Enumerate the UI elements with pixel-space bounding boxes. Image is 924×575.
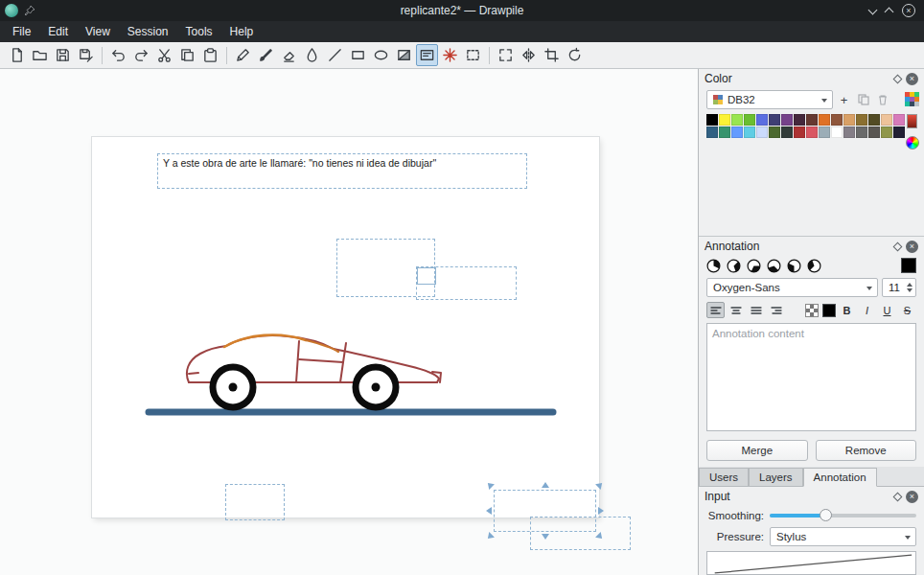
color-wheel-mode-icon[interactable] xyxy=(906,136,919,150)
opacity-preset-icon[interactable] xyxy=(747,259,761,273)
color-swatch[interactable] xyxy=(856,114,867,126)
close-button[interactable]: × xyxy=(902,4,915,17)
color-swatch[interactable] xyxy=(831,114,843,126)
opacity-preset-icon[interactable] xyxy=(767,259,781,273)
spin-down-icon[interactable] xyxy=(907,288,912,292)
maximize-button[interactable] xyxy=(885,8,894,17)
resize-canvas-button[interactable] xyxy=(541,44,563,66)
font-family-select[interactable]: Oxygen-Sans xyxy=(706,278,878,297)
minimize-button[interactable] xyxy=(868,5,878,14)
annotation-tool-button[interactable] xyxy=(416,44,438,66)
annotation-background-color-button[interactable] xyxy=(901,258,916,273)
pen-tool-button[interactable] xyxy=(232,44,254,66)
color-swatch[interactable] xyxy=(756,126,768,138)
color-swatch[interactable] xyxy=(819,114,830,126)
color-swatch[interactable] xyxy=(744,114,755,126)
color-swatch[interactable] xyxy=(719,114,730,126)
save-as-button[interactable] xyxy=(75,44,97,66)
menu-edit[interactable]: Edit xyxy=(39,22,77,41)
color-swatch[interactable] xyxy=(806,114,818,126)
close-panel-icon[interactable]: × xyxy=(906,241,918,253)
color-swatch[interactable] xyxy=(706,114,718,126)
palette-select[interactable]: DB32 xyxy=(706,90,833,109)
bold-button[interactable]: B xyxy=(838,302,856,318)
float-panel-icon[interactable] xyxy=(893,492,903,501)
resize-handle-n[interactable] xyxy=(542,482,549,488)
line-tool-button[interactable] xyxy=(324,44,346,66)
color-swatch[interactable] xyxy=(706,126,718,138)
canvas-viewport[interactable]: Y a este obra de arte le llamaré: "no ti… xyxy=(0,69,698,575)
annotation-box[interactable] xyxy=(417,267,436,285)
pressure-select[interactable]: Stylus xyxy=(770,527,916,546)
opacity-preset-icon[interactable] xyxy=(706,259,721,273)
add-palette-button[interactable]: + xyxy=(836,92,852,108)
strikethrough-button[interactable]: S xyxy=(898,302,916,318)
menu-view[interactable]: View xyxy=(77,22,119,41)
menu-tools[interactable]: Tools xyxy=(177,22,221,41)
align-left-button[interactable] xyxy=(706,302,725,318)
color-swatch[interactable] xyxy=(881,114,892,126)
text-background-swatch[interactable] xyxy=(805,304,819,317)
color-swatch[interactable] xyxy=(893,114,905,126)
italic-button[interactable]: I xyxy=(858,302,876,318)
color-swatch[interactable] xyxy=(881,126,892,138)
delete-palette-button[interactable] xyxy=(874,92,890,108)
float-panel-icon[interactable] xyxy=(893,74,903,83)
redo-button[interactable] xyxy=(130,44,152,66)
annotation-box[interactable] xyxy=(530,517,631,550)
color-swatch[interactable] xyxy=(719,126,730,138)
color-swatch[interactable] xyxy=(868,126,880,138)
tab-users[interactable]: Users xyxy=(699,468,749,486)
align-justify-button[interactable] xyxy=(747,302,765,318)
color-swatch[interactable] xyxy=(843,126,855,138)
color-swatch[interactable] xyxy=(806,126,818,138)
ellipse-tool-button[interactable] xyxy=(370,44,392,66)
text-annotation[interactable]: Y a este obra de arte le llamaré: "no ti… xyxy=(157,153,527,189)
color-swatch[interactable] xyxy=(794,126,805,138)
smoothing-slider[interactable] xyxy=(770,508,916,523)
palette-grid-mode-icon[interactable] xyxy=(905,92,919,106)
remove-button[interactable]: Remove xyxy=(816,440,917,461)
spin-up-icon[interactable] xyxy=(907,283,912,287)
color-swatch[interactable] xyxy=(781,114,793,126)
color-swatch[interactable] xyxy=(769,126,780,138)
opacity-preset-icon[interactable] xyxy=(787,259,801,273)
brush-tool-button[interactable] xyxy=(255,44,277,66)
mirror-view-button[interactable] xyxy=(518,44,540,66)
resize-handle-sw[interactable] xyxy=(485,532,495,541)
color-swatch[interactable] xyxy=(731,126,743,138)
annotation-content-input[interactable] xyxy=(706,323,916,431)
undo-button[interactable] xyxy=(107,44,129,66)
merge-button[interactable]: Merge xyxy=(706,440,808,461)
color-swatch[interactable] xyxy=(843,114,855,126)
color-swatch[interactable] xyxy=(744,126,755,138)
new-file-button[interactable] xyxy=(6,44,28,66)
zoom-to-fit-button[interactable] xyxy=(495,44,517,66)
rectangle-tool-button[interactable] xyxy=(347,44,369,66)
rotate-view-button[interactable] xyxy=(564,44,586,66)
text-color-swatch[interactable] xyxy=(822,304,836,317)
menu-help[interactable]: Help xyxy=(221,22,263,41)
opacity-preset-icon[interactable] xyxy=(727,259,741,273)
color-swatch[interactable] xyxy=(794,114,805,126)
color-swatch[interactable] xyxy=(856,126,867,138)
cut-button[interactable] xyxy=(153,44,175,66)
resize-handle-e[interactable] xyxy=(598,507,604,515)
smoothing-thumb[interactable] xyxy=(820,509,832,521)
menu-file[interactable]: File xyxy=(4,22,39,41)
color-swatch[interactable] xyxy=(819,126,830,138)
close-panel-icon[interactable]: × xyxy=(906,491,918,503)
rgb-sliders-mode-icon[interactable] xyxy=(907,114,917,128)
copy-button[interactable] xyxy=(176,44,198,66)
color-swatch[interactable] xyxy=(893,126,905,138)
color-swatch[interactable] xyxy=(769,114,780,126)
save-button[interactable] xyxy=(52,44,74,66)
resize-handle-w[interactable] xyxy=(486,507,492,515)
close-panel-icon[interactable]: × xyxy=(906,73,918,85)
eraser-tool-button[interactable] xyxy=(278,44,300,66)
pressure-curve-editor[interactable] xyxy=(706,551,916,575)
open-file-button[interactable] xyxy=(29,44,51,66)
gradient-tool-button[interactable] xyxy=(393,44,415,66)
paste-button[interactable] xyxy=(199,44,221,66)
tab-annotation[interactable]: Annotation xyxy=(803,468,877,487)
